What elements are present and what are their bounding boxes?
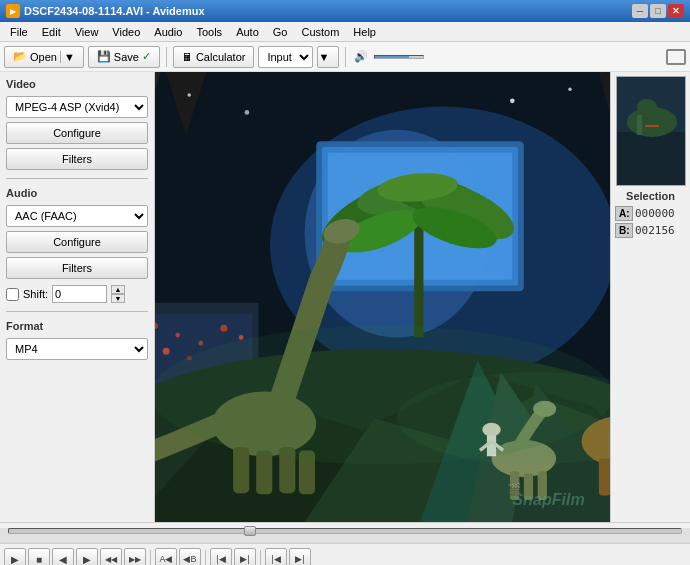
- selection-b-key: B:: [615, 223, 633, 238]
- svg-rect-75: [637, 115, 642, 135]
- svg-rect-73: [617, 132, 686, 186]
- section-divider-2: [6, 311, 148, 312]
- selection-label: Selection: [626, 190, 675, 202]
- menu-video[interactable]: Video: [106, 24, 146, 40]
- bottom-area: ▶ ■ ◀ ▶ ◀◀ ▶▶ A◀ ◀B |◀ ▶| |◀ ▶| Frame: 7…: [0, 522, 690, 565]
- prev-frame-button[interactable]: ◀: [52, 548, 74, 565]
- svg-rect-36: [233, 447, 249, 493]
- right-panel: Selection A: 000000 B: 002156: [610, 72, 690, 522]
- sidebar: Video MPEG-4 ASP (Xvid4) Configure Filte…: [0, 72, 155, 522]
- shift-spinner: ▲ ▼: [111, 285, 125, 303]
- seek-track[interactable]: [8, 528, 682, 534]
- open-button[interactable]: 📂 Open ▼: [4, 46, 84, 68]
- svg-text:🎬: 🎬: [507, 482, 522, 496]
- menu-edit[interactable]: Edit: [36, 24, 67, 40]
- video-section-label: Video: [6, 78, 148, 90]
- calculator-button[interactable]: 🖩 Calculator: [173, 46, 255, 68]
- audio-section-label: Audio: [6, 187, 148, 199]
- selection-b-value: 002156: [635, 224, 675, 237]
- menu-go[interactable]: Go: [267, 24, 294, 40]
- menu-audio[interactable]: Audio: [148, 24, 188, 40]
- seek-thumb[interactable]: [244, 526, 256, 536]
- play-button[interactable]: ▶: [4, 548, 26, 565]
- rewind-button[interactable]: ◀◀: [100, 548, 122, 565]
- menu-bar: File Edit View Video Audio Tools Auto Go…: [0, 22, 690, 42]
- go-end-button[interactable]: ▶|: [234, 548, 256, 565]
- folder-icon: 📂: [13, 50, 27, 63]
- main-content: Video MPEG-4 ASP (Xvid4) Configure Filte…: [0, 72, 690, 522]
- toolbar: 📂 Open ▼ 💾 Save ✓ 🖩 Calculator Input ▼ 🔊: [0, 42, 690, 72]
- menu-help[interactable]: Help: [347, 24, 382, 40]
- svg-rect-77: [645, 125, 659, 127]
- skip-forward-button[interactable]: ▶|: [289, 548, 311, 565]
- save-icon: 💾: [97, 50, 111, 63]
- monitor-icon: [666, 49, 686, 65]
- open-dropdown-arrow[interactable]: ▼: [60, 51, 75, 63]
- menu-view[interactable]: View: [69, 24, 105, 40]
- next-frame-button[interactable]: ▶: [76, 548, 98, 565]
- audio-filters-button[interactable]: Filters: [6, 257, 148, 279]
- seek-bar-container: [0, 528, 690, 544]
- menu-tools[interactable]: Tools: [190, 24, 228, 40]
- shift-down[interactable]: ▼: [111, 294, 125, 303]
- svg-point-64: [245, 110, 250, 115]
- app-icon: ▶: [6, 4, 20, 18]
- dropdown-btn[interactable]: ▼: [317, 46, 339, 68]
- thumbnail-preview: [617, 77, 686, 186]
- toolbar-sep-1: [166, 47, 167, 67]
- toolbar-sep-2: [345, 47, 346, 67]
- video-content: SnapFilm 🎬: [155, 72, 610, 522]
- audio-configure-button[interactable]: Configure: [6, 231, 148, 253]
- video-area: SnapFilm 🎬: [155, 72, 610, 522]
- mark-in-button[interactable]: A◀: [155, 548, 177, 565]
- svg-point-66: [568, 88, 571, 91]
- svg-point-76: [637, 99, 657, 115]
- video-filters-button[interactable]: Filters: [6, 148, 148, 170]
- go-start-button[interactable]: |◀: [210, 548, 232, 565]
- svg-point-11: [220, 325, 227, 332]
- shift-up[interactable]: ▲: [111, 285, 125, 294]
- maximize-button[interactable]: □: [650, 4, 666, 18]
- svg-point-10: [198, 341, 203, 346]
- format-select[interactable]: MP4: [6, 338, 148, 360]
- checkmark-icon: ✓: [142, 50, 151, 63]
- menu-auto[interactable]: Auto: [230, 24, 265, 40]
- format-section-label: Format: [6, 320, 148, 332]
- close-button[interactable]: ✕: [668, 4, 684, 18]
- title-bar: ▶ DSCF2434-08-1114.AVI - Avidemux ─ □ ✕: [0, 0, 690, 22]
- volume-slider[interactable]: [374, 55, 424, 59]
- menu-custom[interactable]: Custom: [295, 24, 345, 40]
- volume-icon: 🔊: [352, 48, 370, 66]
- svg-point-65: [510, 99, 515, 104]
- ctrl-sep-2: [205, 550, 206, 565]
- menu-file[interactable]: File: [4, 24, 34, 40]
- fastforward-button[interactable]: ▶▶: [124, 548, 146, 565]
- thumbnail-strip: [616, 76, 686, 186]
- svg-rect-26: [414, 210, 423, 337]
- svg-rect-37: [256, 450, 272, 494]
- ctrl-sep-1: [150, 550, 151, 565]
- selection-a-value: 000000: [635, 207, 675, 220]
- calculator-icon: 🖩: [182, 51, 193, 63]
- section-divider-1: [6, 178, 148, 179]
- stop-button[interactable]: ■: [28, 548, 50, 565]
- svg-point-15: [163, 348, 170, 355]
- go-mark-in-button[interactable]: ◀B: [179, 548, 201, 565]
- video-codec-select[interactable]: MPEG-4 ASP (Xvid4): [6, 96, 148, 118]
- window-controls: ─ □ ✕: [632, 4, 684, 18]
- ctrl-sep-3: [260, 550, 261, 565]
- shift-label: Shift:: [23, 288, 48, 300]
- selection-a-row: A: 000000: [615, 206, 686, 221]
- save-button[interactable]: 💾 Save ✓: [88, 46, 160, 68]
- svg-point-12: [239, 335, 244, 340]
- skip-back-button[interactable]: |◀: [265, 548, 287, 565]
- input-dropdown[interactable]: Input: [258, 46, 313, 68]
- minimize-button[interactable]: ─: [632, 4, 648, 18]
- selection-a-key: A:: [615, 206, 633, 221]
- selection-b-row: B: 002156: [615, 223, 686, 238]
- svg-text:SnapFilm: SnapFilm: [512, 490, 585, 508]
- shift-checkbox[interactable]: [6, 288, 19, 301]
- shift-input[interactable]: [52, 285, 107, 303]
- video-configure-button[interactable]: Configure: [6, 122, 148, 144]
- audio-codec-select[interactable]: AAC (FAAC): [6, 205, 148, 227]
